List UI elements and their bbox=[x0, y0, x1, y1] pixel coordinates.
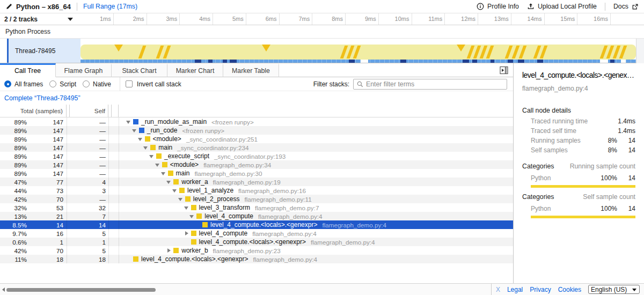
breadcrumb-root[interactable]: Complete “Thread-78495” bbox=[4, 94, 80, 102]
cell-function: main_sync_coordinator.py:234 bbox=[119, 144, 513, 151]
divider bbox=[120, 77, 120, 91]
table-row[interactable]: 8.5%1414level_4_compute.<locals>.<genexp… bbox=[0, 220, 513, 229]
cell-function: mainflamegraph_demo.py:30 bbox=[119, 169, 513, 177]
radio-script[interactable] bbox=[49, 80, 56, 87]
expand-twisty-icon[interactable] bbox=[166, 248, 171, 253]
tab-call-tree[interactable]: Call Tree bbox=[0, 63, 56, 77]
expand-twisty-icon[interactable] bbox=[143, 145, 148, 150]
edit-pencil-icon[interactable] bbox=[5, 3, 12, 10]
ruler-tick: 5ms bbox=[213, 13, 246, 25]
radio-native[interactable] bbox=[83, 80, 90, 87]
thread-track[interactable]: Thread-78495 bbox=[0, 39, 644, 63]
search-input[interactable]: Enter filter terms bbox=[353, 79, 507, 90]
external-link-icon bbox=[632, 3, 639, 10]
thread-track-label[interactable]: Thread-78495 bbox=[9, 39, 80, 63]
tab-marker-table[interactable]: Marker Table bbox=[223, 63, 279, 77]
cell-total-percent: 89% bbox=[0, 161, 27, 168]
sidebar-details: Traced running time1.4msTraced self time… bbox=[522, 119, 635, 153]
language-select[interactable]: English (US) bbox=[588, 285, 640, 294]
scrollbar-thumb[interactable] bbox=[6, 288, 156, 292]
table-row[interactable]: 13%217level_4_computeflamegraph_demo.py:… bbox=[0, 212, 513, 220]
cell-self: 4 bbox=[67, 179, 108, 186]
expand-twisty-icon[interactable] bbox=[189, 214, 194, 219]
cell-total-samples: 21 bbox=[27, 213, 67, 220]
thread-activity-graph[interactable] bbox=[80, 39, 636, 63]
marker-slash-icon bbox=[512, 46, 520, 58]
expand-twisty-icon[interactable] bbox=[172, 188, 177, 193]
expand-twisty-icon[interactable] bbox=[166, 180, 171, 185]
table-row[interactable]: 42%705worker_bflamegraph_demo.py:23 bbox=[0, 246, 513, 255]
function-name: _execute_script bbox=[164, 152, 209, 160]
sidebar-toggle-icon[interactable] bbox=[500, 66, 508, 75]
tab-stack-chart[interactable]: Stack Chart bbox=[112, 63, 167, 77]
ruler-tick bbox=[611, 13, 644, 25]
footer-link-x[interactable]: X bbox=[496, 286, 500, 293]
footer-link-privacy[interactable]: Privacy bbox=[530, 286, 551, 293]
expand-twisty-icon[interactable] bbox=[184, 231, 189, 236]
footer-link-cookies[interactable]: Cookies bbox=[558, 286, 581, 293]
table-row[interactable]: 47%774worker_aflamegraph_demo.py:19 bbox=[0, 178, 513, 186]
table-row[interactable]: 44%733level_1_analyzeflamegraph_demo.py:… bbox=[0, 186, 513, 195]
radio-label[interactable]: Script bbox=[60, 80, 76, 88]
cell-self: — bbox=[67, 127, 108, 134]
category-square-icon bbox=[150, 145, 156, 150]
radio-label[interactable]: All frames bbox=[14, 80, 43, 88]
chevron-down-icon bbox=[632, 289, 636, 291]
column-spacer bbox=[108, 105, 119, 117]
marker-triangle-icon bbox=[262, 45, 270, 51]
tab-flame-graph[interactable]: Flame Graph bbox=[56, 63, 112, 77]
expand-twisty-icon[interactable] bbox=[126, 120, 131, 124]
table-row[interactable]: 89%147—_execute_script_sync_coordinator.… bbox=[0, 152, 513, 160]
scroll-left-arrow-icon[interactable] bbox=[2, 287, 5, 292]
footer: XLegalPrivacyCookies English (US) bbox=[0, 283, 644, 295]
footer-link-legal[interactable]: Legal bbox=[507, 286, 523, 293]
tab-marker-chart[interactable]: Marker Chart bbox=[167, 63, 223, 77]
table-row[interactable]: 42%70—level_2_processflamegraph_demo.py:… bbox=[0, 195, 513, 203]
full-range-link[interactable]: Full Range (17ms) bbox=[83, 3, 137, 10]
category-square-icon bbox=[139, 128, 144, 133]
ruler-tick: 2ms bbox=[114, 13, 147, 25]
filter-stacks-label: Filter stacks: bbox=[313, 80, 349, 88]
function-file: flamegraph_demo.py:4 bbox=[311, 239, 375, 246]
table-row[interactable]: 32%5332level_3_transformflamegraph_demo.… bbox=[0, 203, 513, 212]
expand-twisty-icon[interactable] bbox=[132, 128, 137, 133]
process-track-header[interactable]: Python Process bbox=[0, 25, 644, 39]
invert-call-stack-label[interactable]: Invert call stack bbox=[137, 80, 181, 88]
table-row[interactable]: 0.6%11level_4_compute.<locals>.<genexpr>… bbox=[0, 238, 513, 246]
invert-call-stack-checkbox[interactable] bbox=[126, 80, 133, 87]
table-row[interactable]: 89%147—<module>_sync_coordinator.py:251 bbox=[0, 135, 513, 143]
upload-profile-button[interactable]: Upload Local Profile bbox=[527, 3, 597, 10]
function-file: flamegraph_demo.py:30 bbox=[195, 170, 262, 177]
table-row[interactable]: 89%147—mainflamegraph_demo.py:30 bbox=[0, 169, 513, 178]
marker-slash-icon bbox=[138, 46, 147, 58]
table-row[interactable]: 11%1818level_4_compute.<locals>.<genexpr… bbox=[0, 255, 513, 263]
table-row[interactable]: 89%147—_run_code<frozen runpy> bbox=[0, 126, 513, 135]
horizontal-scrollbar[interactable] bbox=[0, 284, 492, 295]
radio-label[interactable]: Native bbox=[93, 80, 111, 88]
radio-all-frames[interactable] bbox=[4, 80, 11, 87]
expand-twisty-icon[interactable] bbox=[184, 205, 189, 210]
function-name: level_4_compute bbox=[204, 212, 253, 220]
cell-total-samples: 147 bbox=[27, 136, 67, 143]
docs-link[interactable]: Docs bbox=[613, 3, 639, 10]
column-self[interactable]: Self bbox=[67, 105, 108, 117]
sample-dense-segment bbox=[610, 60, 614, 63]
marker-slash-icon bbox=[519, 46, 527, 58]
category-square-icon bbox=[145, 136, 150, 142]
table-row[interactable]: 89%147—_run_module_as_main<frozen runpy> bbox=[0, 117, 513, 126]
table-row[interactable]: 89%147—main_sync_coordinator.py:234 bbox=[0, 143, 513, 152]
cell-total-percent: 89% bbox=[0, 144, 27, 151]
cell-self: 18 bbox=[67, 256, 108, 263]
tracks-dropdown[interactable]: 2 / 2 tracks bbox=[0, 13, 80, 25]
category-bar bbox=[531, 185, 635, 188]
column-total[interactable]: Total (samples) bbox=[0, 105, 67, 117]
expand-twisty-icon[interactable] bbox=[138, 137, 143, 142]
expand-twisty-icon[interactable] bbox=[178, 197, 183, 202]
ruler-tick: 4ms bbox=[180, 13, 213, 25]
expand-twisty-icon[interactable] bbox=[155, 163, 160, 167]
table-row[interactable]: 89%147—<module>flamegraph_demo.py:34 bbox=[0, 160, 513, 169]
profile-info-button[interactable]: Profile Info bbox=[477, 3, 519, 10]
table-row[interactable]: 9.7%165level_4_computeflamegraph_demo.py… bbox=[0, 229, 513, 238]
expand-twisty-icon[interactable] bbox=[149, 154, 154, 159]
expand-twisty-icon[interactable] bbox=[161, 171, 166, 176]
